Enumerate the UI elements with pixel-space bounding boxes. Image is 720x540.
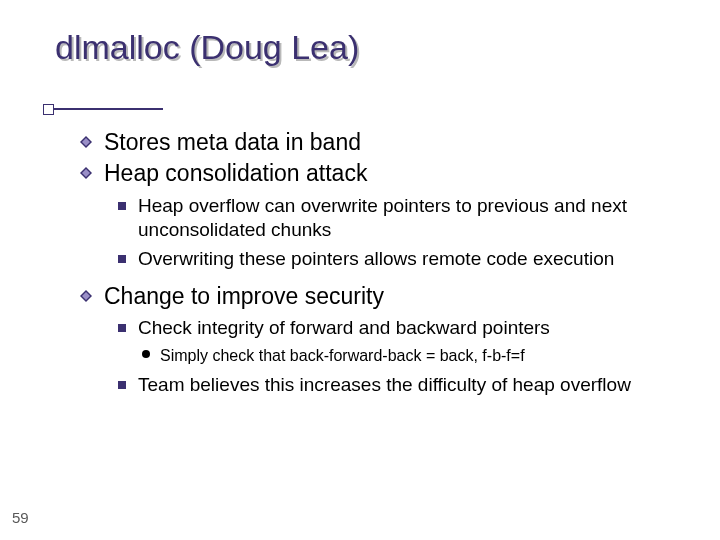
diamond-icon (80, 136, 92, 148)
page-number: 59 (12, 509, 29, 526)
square-icon (118, 202, 126, 210)
bullet-level3: Simply check that back-forward-back = ba… (142, 345, 690, 367)
bullet-level1: Heap consolidation attack (80, 159, 690, 188)
square-icon (118, 381, 126, 389)
diamond-icon (80, 167, 92, 179)
bullet-level1: Change to improve security (80, 282, 690, 311)
bullet-level2: Check integrity of forward and backward … (118, 316, 690, 341)
bullet-text: Overwriting these pointers allows remote… (138, 248, 614, 269)
bullet-text: Heap overflow can overwrite pointers to … (138, 195, 627, 241)
bullet-text: Team believes this increases the difficu… (138, 374, 631, 395)
diamond-icon (80, 290, 92, 302)
bullet-text: Change to improve security (104, 283, 384, 309)
square-icon (118, 324, 126, 332)
bullet-level2: Team believes this increases the difficu… (118, 373, 690, 398)
slide: dlmalloc (Doug Lea) dlmalloc (Doug Lea) … (0, 0, 720, 540)
bullet-level2: Overwriting these pointers allows remote… (118, 247, 690, 272)
square-icon (118, 255, 126, 263)
dot-icon (142, 350, 150, 358)
bullet-text: Stores meta data in band (104, 129, 361, 155)
bullet-text: Check integrity of forward and backward … (138, 317, 550, 338)
bullet-text: Simply check that back-forward-back = ba… (160, 347, 525, 364)
slide-body: Stores meta data in band Heap consolidat… (80, 128, 690, 407)
bullet-level1: Stores meta data in band (80, 128, 690, 157)
subbullet-group: Check integrity of forward and backward … (118, 316, 690, 397)
title-underline (48, 108, 163, 110)
subsubbullet-group: Simply check that back-forward-back = ba… (142, 345, 690, 367)
bullet-level2: Heap overflow can overwrite pointers to … (118, 194, 690, 243)
bullet-text: Heap consolidation attack (104, 160, 367, 186)
subbullet-group: Heap overflow can overwrite pointers to … (118, 194, 690, 272)
slide-title: dlmalloc (Doug Lea) (55, 28, 359, 67)
